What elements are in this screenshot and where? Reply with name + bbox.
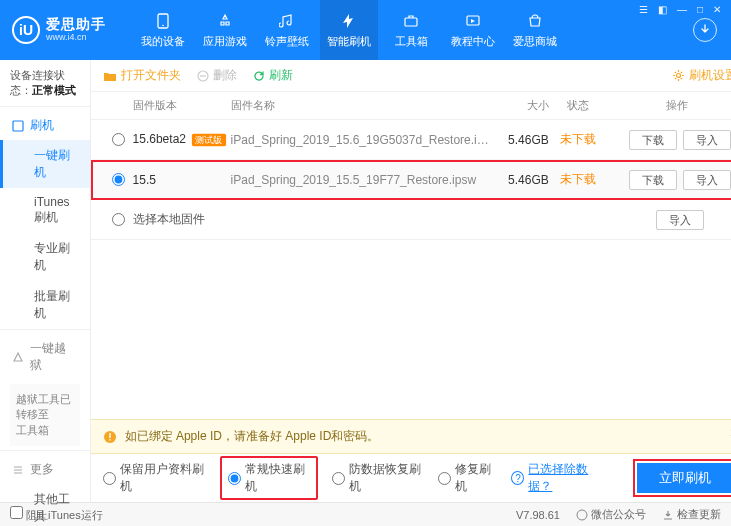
beta-tag: 测试版 — [192, 134, 226, 147]
nav-tutorial[interactable]: 教程中心 — [444, 0, 502, 60]
sidebar-group-flash[interactable]: 刷机 — [0, 111, 90, 140]
svg-point-1 — [162, 24, 164, 26]
app-url: www.i4.cn — [46, 33, 106, 43]
refresh-button[interactable]: 刷新 — [253, 67, 293, 84]
svg-rect-10 — [109, 433, 110, 438]
download-button[interactable]: 下载 — [629, 130, 677, 150]
import-local-button[interactable]: 导入 — [656, 210, 704, 230]
device-icon — [154, 12, 172, 30]
minimize-icon[interactable]: — — [675, 4, 689, 15]
firmware-size: 5.46GB — [489, 173, 549, 187]
svg-rect-4 — [13, 121, 23, 131]
firmware-name: iPad_Spring_2019_15.6_19G5037d_Restore.i… — [231, 133, 489, 147]
firmware-status: 未下载 — [549, 131, 607, 148]
option-normal-flash[interactable]: 常规快速刷机 — [228, 461, 309, 495]
open-folder-button[interactable]: 打开文件夹 — [103, 67, 181, 84]
nav-ringtone[interactable]: 铃声壁纸 — [258, 0, 316, 60]
flash-options: 保留用户资料刷机 常规快速刷机 防数据恢复刷机 修复刷机 ?已选择除数据？ 立即… — [91, 454, 731, 502]
app-version: V7.98.61 — [516, 509, 560, 521]
sidebar-item-other[interactable]: 其他工具 — [0, 484, 90, 526]
nav-apps[interactable]: 应用游戏 — [196, 0, 254, 60]
sidebar-group-jailbreak[interactable]: 一键越狱 — [0, 334, 90, 380]
firmware-status: 未下载 — [549, 171, 607, 188]
download-button[interactable]: 下载 — [629, 170, 677, 190]
col-name: 固件名称 — [231, 98, 489, 113]
menu-icon[interactable]: ☰ — [637, 4, 650, 15]
connection-status: 设备连接状态：正常模式 — [0, 60, 90, 106]
firmware-name: iPad_Spring_2019_15.5_19F77_Restore.ipsw — [231, 173, 489, 187]
app-logo: iU 爱思助手 www.i4.cn — [12, 16, 106, 44]
top-nav: 我的设备应用游戏铃声壁纸智能刷机工具箱教程中心爱思商城 — [134, 0, 564, 60]
close-icon[interactable]: ✕ — [711, 4, 723, 15]
apps-icon — [216, 12, 234, 30]
local-firmware-radio[interactable] — [112, 213, 125, 226]
sidebar-group-more[interactable]: 更多 — [0, 455, 90, 484]
sidebar-item-oneclick[interactable]: 一键刷机 — [0, 140, 90, 188]
svg-rect-11 — [109, 439, 110, 440]
firmware-size: 5.46GB — [489, 133, 549, 147]
import-button[interactable]: 导入 — [683, 170, 731, 190]
exclude-data-link[interactable]: 已选择除数据？ — [528, 461, 604, 495]
sidebar-group-label: 刷机 — [30, 117, 54, 134]
svg-rect-2 — [405, 18, 417, 26]
wechat-link[interactable]: 微信公众号 — [576, 507, 646, 522]
statusbar: 阻止iTunes运行 V7.98.61 微信公众号 检查更新 — [0, 502, 731, 526]
sidebar-group-label: 更多 — [30, 461, 54, 478]
skin-icon[interactable]: ◧ — [656, 4, 669, 15]
maximize-icon[interactable]: □ — [695, 4, 705, 15]
help-icon[interactable]: ? — [511, 471, 524, 485]
import-button[interactable]: 导入 — [683, 130, 731, 150]
flash-icon — [340, 12, 358, 30]
col-version: 固件版本 — [133, 98, 231, 113]
tutorial-icon — [464, 12, 482, 30]
local-firmware-row: 选择本地固件 导入 — [91, 200, 731, 240]
sidebar-item-pro[interactable]: 专业刷机 — [0, 233, 90, 281]
table-header: 固件版本 固件名称 大小 状态 操作 — [91, 92, 731, 120]
apple-id-warning: 如已绑定 Apple ID，请准备好 Apple ID和密码。 ✕ — [91, 419, 731, 454]
firmware-radio[interactable] — [112, 173, 125, 186]
option-repair-flash[interactable]: 修复刷机 — [438, 461, 498, 495]
status-value: 正常模式 — [32, 84, 76, 96]
jailbreak-note: 越狱工具已转移至 工具箱 — [10, 384, 80, 446]
option-anti-recovery[interactable]: 防数据恢复刷机 — [332, 461, 424, 495]
sidebar-item-itunes[interactable]: iTunes刷机 — [0, 188, 90, 233]
firmware-row: 15.5iPad_Spring_2019_15.5_19F77_Restore.… — [91, 160, 731, 200]
firmware-row: 15.6beta2测试版iPad_Spring_2019_15.6_19G503… — [91, 120, 731, 160]
option-keep-data[interactable]: 保留用户资料刷机 — [103, 461, 206, 495]
firmware-version: 15.6beta2测试版 — [133, 132, 231, 147]
app-header: ☰ ◧ — □ ✕ iU 爱思助手 www.i4.cn 我的设备应用游戏铃声壁纸… — [0, 0, 731, 60]
ringtone-icon — [278, 12, 296, 30]
window-controls: ☰ ◧ — □ ✕ — [637, 4, 723, 15]
tools-icon — [402, 12, 420, 30]
firmware-radio[interactable] — [112, 133, 125, 146]
firmware-version: 15.5 — [133, 173, 231, 187]
logo-icon: iU — [12, 16, 40, 44]
check-update-link[interactable]: 检查更新 — [662, 507, 721, 522]
nav-mall[interactable]: 爱思商城 — [506, 0, 564, 60]
mall-icon — [526, 12, 544, 30]
sidebar-group-label: 一键越狱 — [30, 340, 78, 374]
nav-device[interactable]: 我的设备 — [134, 0, 192, 60]
nav-flash[interactable]: 智能刷机 — [320, 0, 378, 60]
toolbar: 打开文件夹 删除 刷新 刷机设置 — [91, 60, 731, 92]
settings-button[interactable]: 刷机设置 — [672, 67, 731, 84]
svg-point-12 — [577, 510, 587, 520]
local-firmware-label: 选择本地固件 — [133, 211, 205, 228]
delete-button[interactable]: 删除 — [197, 67, 237, 84]
sidebar-item-batch[interactable]: 批量刷机 — [0, 281, 90, 329]
svg-point-8 — [676, 74, 680, 78]
col-size: 大小 — [489, 98, 549, 113]
firmware-rows: 15.6beta2测试版iPad_Spring_2019_15.6_19G503… — [91, 120, 731, 200]
warning-icon — [103, 430, 117, 444]
warning-text: 如已绑定 Apple ID，请准备好 Apple ID和密码。 — [125, 428, 380, 445]
flash-now-button[interactable]: 立即刷机 — [637, 463, 731, 493]
main-panel: 打开文件夹 删除 刷新 刷机设置 固件版本 固件名称 大小 状态 操作 15.6… — [91, 60, 731, 502]
app-name: 爱思助手 — [46, 17, 106, 32]
col-ops: 操作 — [607, 98, 731, 113]
download-icon[interactable] — [693, 18, 717, 42]
nav-tools[interactable]: 工具箱 — [382, 0, 440, 60]
sidebar: 设备连接状态：正常模式 刷机 一键刷机iTunes刷机专业刷机批量刷机 一键越狱… — [0, 60, 91, 502]
col-status: 状态 — [549, 98, 607, 113]
